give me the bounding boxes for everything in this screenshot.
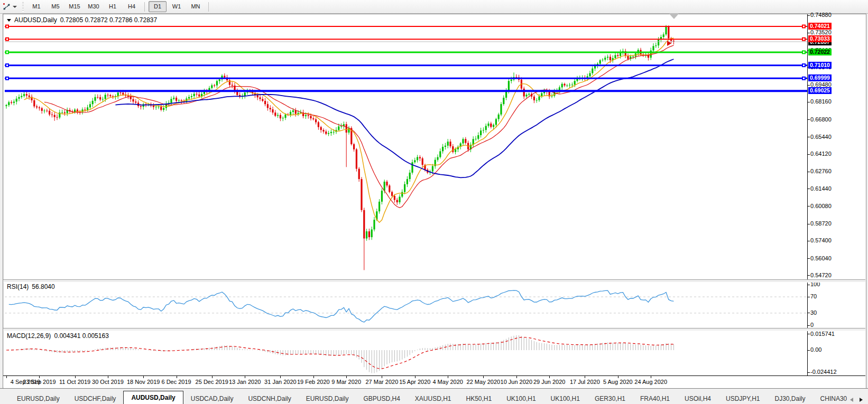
price-axis-tick: 0.61440 xyxy=(810,185,832,192)
candle xyxy=(13,99,15,105)
time-tick-mark xyxy=(516,376,517,378)
candle xyxy=(460,142,461,149)
tab-china300-h1-16[interactable]: CHINA300,H1 xyxy=(813,393,847,404)
candle xyxy=(170,97,172,106)
time-tick-mark xyxy=(280,376,281,378)
candle xyxy=(31,95,32,103)
price-axis-tick: 0.57400 xyxy=(810,237,832,243)
macd-axis-tick: 0.015741 xyxy=(810,331,835,337)
ma-mid xyxy=(44,45,673,208)
price-axis-tick: 0.60080 xyxy=(810,203,832,209)
candle xyxy=(282,116,284,121)
candle xyxy=(318,121,319,130)
candle xyxy=(445,143,446,150)
timeframe-button-w1[interactable]: W1 xyxy=(168,1,186,12)
macd-tick-mark xyxy=(807,372,810,373)
candle xyxy=(525,93,527,98)
timeframe-button-h1[interactable]: H1 xyxy=(104,1,122,12)
timeframe-button-m15[interactable]: M15 xyxy=(66,1,84,12)
hline-0.71010[interactable] xyxy=(5,63,807,67)
rsi-indicator-pane xyxy=(5,281,807,328)
tab-usdchf-daily-1[interactable]: USDCHF,Daily xyxy=(67,393,124,404)
tab-usdcnh-daily-4[interactable]: USDCNH,Daily xyxy=(241,393,298,404)
macd-tick-mark xyxy=(807,334,810,334)
time-tick-mark xyxy=(143,376,144,378)
candle xyxy=(11,100,12,105)
timeframe-button-m1[interactable]: M1 xyxy=(27,1,45,12)
candle xyxy=(447,139,449,148)
chart-shift-marker-icon[interactable] xyxy=(669,14,679,19)
candle xyxy=(239,92,241,98)
tab-dj30-daily-15[interactable]: DJ30,Daily xyxy=(768,393,813,404)
candle xyxy=(589,71,590,78)
tab-ger30-h1-11[interactable]: GER30,H1 xyxy=(587,393,633,404)
timeframe-button-d1[interactable]: D1 xyxy=(149,1,167,12)
candle xyxy=(452,144,454,154)
tab-uk100-h1-9[interactable]: UK100,H1 xyxy=(499,393,543,404)
scroll-left-icon[interactable] xyxy=(850,398,853,402)
tab-uk100-h1-10[interactable]: UK100,H1 xyxy=(543,393,587,404)
candle xyxy=(127,93,129,99)
tab-hk50-h1-8[interactable]: HK50,H1 xyxy=(459,393,500,404)
candle xyxy=(442,144,444,154)
candle xyxy=(132,97,134,104)
candle xyxy=(92,98,94,107)
tab-fra40-h1-12[interactable]: FRA40,H1 xyxy=(633,393,677,404)
candle xyxy=(373,217,375,231)
chart-title-caret-icon[interactable] xyxy=(7,19,11,22)
pane-splitter-rsi[interactable] xyxy=(3,279,865,283)
tab-xauusd-h1-7[interactable]: XAUUSD,H1 xyxy=(408,393,459,404)
candle xyxy=(513,72,514,81)
candle xyxy=(54,112,56,120)
candle xyxy=(59,110,60,119)
hline-0.74021[interactable] xyxy=(5,25,807,29)
price-axis-tick: 0.73520 xyxy=(810,29,832,35)
candle xyxy=(473,136,474,147)
timeframe-button-h4[interactable]: H4 xyxy=(123,1,141,12)
price-axis-tick: 0.62760 xyxy=(810,168,832,174)
chevron-down-icon[interactable] xyxy=(13,6,17,8)
timeframe-button-m30[interactable]: M30 xyxy=(85,1,103,12)
candle xyxy=(201,91,202,98)
time-tick-mark xyxy=(382,376,382,378)
candle xyxy=(462,137,464,145)
time-tick-mark xyxy=(585,376,585,378)
candle xyxy=(153,103,154,109)
tab-audusd-daily-2[interactable]: AUDUSD,Daily xyxy=(123,391,183,404)
tab-eurusd-daily-5[interactable]: EURUSD,Daily xyxy=(299,393,356,404)
scroll-right-icon[interactable] xyxy=(860,398,863,402)
candle xyxy=(485,124,487,133)
candle xyxy=(361,177,362,212)
tab-gbpusd-h4-6[interactable]: GBPUSD,H4 xyxy=(356,393,407,404)
hline-0.73033[interactable] xyxy=(5,37,807,41)
timeframe-button-mn[interactable]: MN xyxy=(187,1,205,12)
chart-title: AUDUSD,Daily 0.72805 0.72872 0.72786 0.7… xyxy=(7,16,157,24)
tab-usoil-h4-13[interactable]: USOil,H4 xyxy=(677,393,718,404)
tab-usdjpy-h1-14[interactable]: USDJPY,H1 xyxy=(718,393,767,404)
time-axis[interactable]: 4 Sep 201923 Sep 201911 Oct 201930 Oct 2… xyxy=(3,376,865,388)
candle xyxy=(561,82,563,90)
price-level-label-0.69999: 0.69999 xyxy=(808,74,832,81)
tab-usdcad-daily-3[interactable]: USDCAD,Daily xyxy=(183,393,241,404)
candle xyxy=(346,122,347,167)
candle xyxy=(602,58,603,62)
crosshair-cursor-icon[interactable] xyxy=(2,2,12,12)
candle xyxy=(477,133,479,140)
candle xyxy=(475,136,476,140)
macd-values: 0.004341 0.005163 xyxy=(54,332,108,340)
hline-0.72022[interactable] xyxy=(5,50,807,54)
tab-eurusd-daily-0[interactable]: EURUSD,Daily xyxy=(10,393,67,404)
timeframe-button-m5[interactable]: M5 xyxy=(47,1,64,12)
pane-splitter-macd[interactable] xyxy=(3,328,865,331)
candle xyxy=(663,32,664,39)
macd-indicator-pane xyxy=(5,331,807,375)
candle xyxy=(531,92,532,99)
candle xyxy=(457,145,459,152)
hline-0.69999[interactable] xyxy=(5,77,807,80)
toolbar-grip-handle[interactable] xyxy=(22,2,24,12)
candle xyxy=(173,96,174,100)
candle xyxy=(480,128,482,138)
candle xyxy=(23,91,25,98)
candle xyxy=(358,167,360,182)
candle xyxy=(368,229,370,240)
